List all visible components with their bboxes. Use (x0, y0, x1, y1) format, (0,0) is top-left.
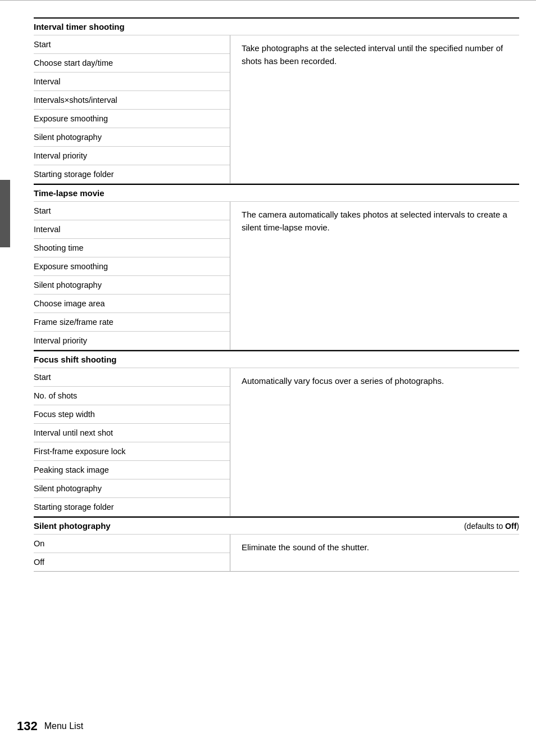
page-label: Menu List (44, 721, 83, 731)
list-item: Choose image area (34, 295, 230, 313)
section-default-note: (defaults to Off) (464, 522, 519, 531)
default-note-prefix: (defaults to (464, 522, 505, 531)
section-body-focus: Start No. of shots Focus step width Inte… (34, 368, 519, 517)
section-body-timelapse: Start Interval Shooting time Exposure sm… (34, 202, 519, 350)
list-item: Start (34, 368, 230, 387)
content-area: Interval timer shooting Start Choose sta… (34, 1, 519, 572)
section-header-text: Interval timer shooting (34, 22, 125, 31)
right-col-silent: Eliminate the sound of the shutter. (230, 535, 519, 571)
list-item: Interval (34, 220, 230, 239)
page-container: Interval timer shooting Start Choose sta… (0, 0, 536, 756)
left-col-focus: Start No. of shots Focus step width Inte… (34, 368, 230, 516)
list-item: Focus step width (34, 405, 230, 424)
list-item: Interval until next shot (34, 424, 230, 442)
list-item: Silent photography (34, 479, 230, 498)
list-item: Interval priority (34, 147, 230, 165)
list-item: On (34, 535, 230, 553)
right-col-interval: Take photographs at the selected interva… (230, 35, 519, 183)
section-header-text: Silent photography (34, 521, 111, 531)
list-item: Off (34, 553, 230, 571)
list-item: Starting storage folder (34, 165, 230, 183)
section-interval-timer-shooting: Interval timer shooting (34, 17, 519, 35)
section-time-lapse-movie: Time-lapse movie (34, 184, 519, 202)
list-item: Intervals×shots/interval (34, 91, 230, 110)
left-col-interval: Start Choose start day/time Interval Int… (34, 35, 230, 183)
page-footer: 132 Menu List (17, 719, 83, 734)
list-item: Frame size/frame rate (34, 313, 230, 332)
list-item: Silent photography (34, 276, 230, 295)
list-item: Start (34, 35, 230, 54)
default-note-suffix: ) (516, 522, 519, 531)
left-col-silent: On Off (34, 535, 230, 571)
list-item: Starting storage folder (34, 498, 230, 516)
right-col-focus: Automatically vary focus over a series o… (230, 368, 519, 516)
list-item: First-frame exposure lock (34, 442, 230, 461)
right-col-timelapse: The camera automatically takes photos at… (230, 202, 519, 350)
list-item: Peaking stack image (34, 461, 230, 479)
list-item: Shooting time (34, 239, 230, 257)
list-item: Interval priority (34, 332, 230, 350)
sidebar-accent (0, 180, 10, 247)
list-item: Start (34, 202, 230, 220)
section-body-interval: Start Choose start day/time Interval Int… (34, 35, 519, 184)
section-header-text: Focus shift shooting (34, 355, 117, 364)
page-number: 132 (17, 719, 38, 734)
list-item: Exposure smoothing (34, 110, 230, 128)
section-body-silent: On Off Eliminate the sound of the shutte… (34, 535, 519, 572)
list-item: Interval (34, 73, 230, 91)
list-item: No. of shots (34, 387, 230, 405)
list-item: Silent photography (34, 128, 230, 147)
section-focus-shift-shooting: Focus shift shooting (34, 350, 519, 368)
default-note-value: Off (505, 522, 516, 531)
section-header-text: Time-lapse movie (34, 188, 105, 198)
left-col-timelapse: Start Interval Shooting time Exposure sm… (34, 202, 230, 350)
list-item: Choose start day/time (34, 54, 230, 73)
section-silent-photography: Silent photography (defaults to Off) (34, 517, 519, 535)
list-item: Exposure smoothing (34, 257, 230, 276)
